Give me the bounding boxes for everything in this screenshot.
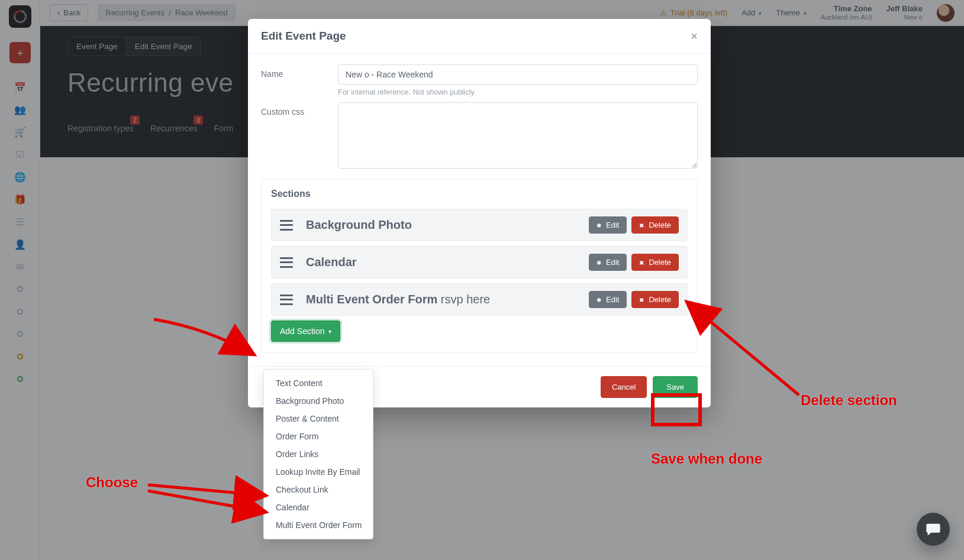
section-title: Multi Event Order Form rsvp here [306,293,490,306]
section-title: Calendar [306,255,357,269]
delete-button[interactable]: Delete [631,291,679,308]
section-row: Background Photo Edit Delete [271,209,688,241]
custom-css-label: Custom css [261,102,338,170]
add-section-button[interactable]: Add Section [271,321,340,342]
drag-handle-icon[interactable] [280,220,293,231]
drag-handle-icon[interactable] [280,294,293,305]
menu-item-order-form[interactable]: Order Form [264,428,373,445]
sections-title: Sections [271,189,688,199]
add-section-label: Add Section [280,326,325,336]
menu-item-text-content[interactable]: Text Content [264,374,373,392]
menu-item-order-links[interactable]: Order Links [264,445,373,463]
section-row: Multi Event Order Form rsvp here Edit De… [271,283,688,316]
gear-icon [597,295,602,304]
close-icon [639,258,645,267]
cancel-button[interactable]: Cancel [601,376,647,398]
sections-panel: Sections Background Photo Edit Delete Ca… [261,179,698,353]
section-row: Calendar Edit Delete [271,246,688,279]
add-section-menu: Text Content Background Photo Poster & C… [263,369,373,539]
edit-button[interactable]: Edit [589,254,627,271]
annotation-save-label: Save when done [651,451,762,467]
close-icon[interactable]: × [691,30,698,42]
annotation-delete-label: Delete section [801,392,897,409]
chat-icon [925,521,942,538]
edit-event-page-modal: Edit Event Page × Name For internal refe… [248,19,711,407]
gear-icon [597,258,602,267]
custom-css-textarea[interactable] [338,102,698,169]
delete-button[interactable]: Delete [631,216,679,234]
modal-header: Edit Event Page × [248,19,711,54]
menu-item-multi-event-order[interactable]: Multi Event Order Form [264,516,373,534]
section-title: Background Photo [306,218,412,232]
name-label: Name [261,64,338,96]
annotation-choose-label: Choose [86,474,138,491]
menu-item-background-photo[interactable]: Background Photo [264,392,373,410]
name-input[interactable] [338,64,698,85]
gear-icon [597,221,602,229]
drag-handle-icon[interactable] [280,257,293,268]
delete-button[interactable]: Delete [631,254,679,271]
name-hint: For internal reference. Not shown public… [338,88,698,96]
menu-item-lookup-invite[interactable]: Lookup Invite By Email [264,463,373,481]
edit-button[interactable]: Edit [589,216,627,234]
chat-bubble-button[interactable] [917,513,950,546]
edit-button[interactable]: Edit [589,291,627,308]
menu-item-checkout-link[interactable]: Checkout Link [264,481,373,499]
close-icon [639,295,645,304]
close-icon [639,221,645,229]
modal-body: Name For internal reference. Not shown p… [248,54,711,353]
save-button[interactable]: Save [653,376,698,398]
menu-item-poster-content[interactable]: Poster & Content [264,410,373,428]
menu-item-calendar[interactable]: Calendar [264,499,373,516]
modal-title: Edit Event Page [261,30,346,43]
